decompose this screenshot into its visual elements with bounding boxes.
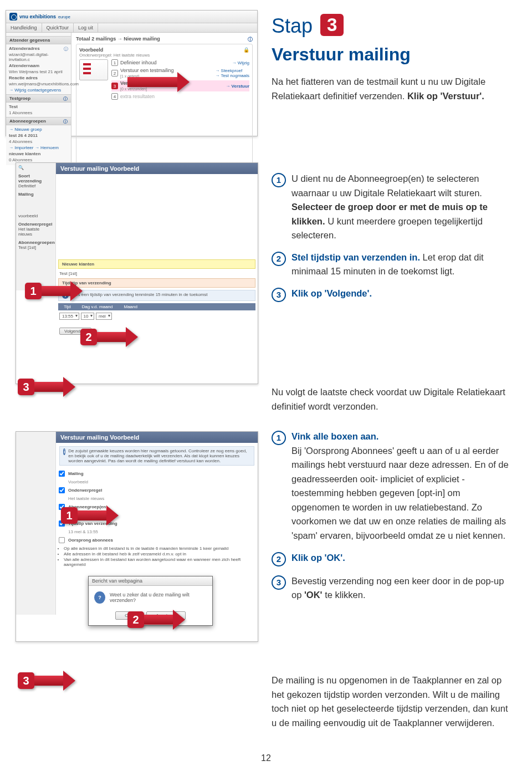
mail-thumbnail (79, 59, 108, 80)
col-dag: Dag v.d. maand (76, 303, 119, 310)
g3c: nieuwe klanten (9, 151, 40, 156)
info-icon[interactable]: ⓘ (64, 46, 68, 52)
s2-text-b: Stel tijdstip van verzenden in. (291, 252, 420, 262)
intro-bold: Klik op 'Verstuur'. (407, 91, 484, 101)
lock-icon: 🔒 (243, 47, 249, 53)
c1: Mailing (68, 471, 84, 476)
sel-g: Nieuwe klanten (62, 262, 94, 267)
step-header: Stap 3 (272, 14, 344, 38)
intro-paragraph: Na het fiatteren van de testmail kunt u … (272, 75, 510, 103)
c5v: 13 mei & 13:55 (56, 528, 258, 535)
s-react: Reactie adres (9, 75, 38, 80)
b2-1-b: Vink alle boxen aan. (291, 431, 378, 441)
arrow-s2-2: 2 (80, 327, 138, 347)
b2-3-b: 'OK' (304, 590, 323, 600)
s2s3: voorbeeld (18, 213, 53, 218)
g2a-v: 1 Abonnees (9, 110, 68, 116)
chk-ow[interactable] (59, 487, 65, 493)
s2-0: 🔍 (18, 165, 53, 170)
g3a-v: 4 Abonnees (9, 139, 68, 145)
num-circle-2: 2 (272, 252, 286, 266)
st3l[interactable]: → Verstuur (226, 84, 249, 89)
s1-text-a: U dient nu de Abonneegroep(en) te select… (291, 173, 482, 198)
side-g2: Testgroep ⓘ (6, 94, 71, 103)
info-icon-2[interactable]: ⓘ (63, 96, 68, 102)
st1: Definieer inhoud (120, 60, 157, 65)
dd-tijd[interactable]: 13:55 (59, 313, 79, 320)
shot2-side: 🔍 Soort verzending Definitief Mailing vo… (16, 163, 56, 290)
g2-l: Testgroep (9, 96, 30, 101)
num-circle-1b: 1 (272, 431, 286, 445)
info-icon-3[interactable]: ⓘ (63, 119, 68, 125)
s-react-v: wim.weijmans@vnuexhibitions.com (9, 81, 68, 87)
group-row-selected[interactable]: Nieuwe klanten (58, 259, 255, 269)
brand-sub: europe (58, 15, 70, 19)
bl1: Op alle adressen in dit bestand is in de… (64, 546, 250, 551)
side-g1: Afzender gegevens (6, 36, 71, 44)
shot1-tabs: Handleiding QuickTour Log uit (6, 23, 257, 33)
link-wijzig[interactable]: → Wijzig contactgegevens (9, 87, 68, 93)
instruction-list-2: 1 Vink alle boxen aan. Bij 'Oorsprong Ab… (272, 430, 510, 610)
g3b[interactable]: → Importeer → Hernoem (9, 145, 68, 151)
popup-msg: Weet u zeker dat u deze mailing wilt ver… (110, 592, 207, 603)
num-circle-3: 3 (272, 288, 286, 302)
col-tijd: Tijd (58, 303, 76, 310)
st2l2[interactable]: → Test nogmaals (215, 73, 249, 78)
s2s7: Test [1st] (18, 245, 53, 250)
s3-text-b: Klik op 'Volgende'. (291, 288, 372, 298)
sel-g2[interactable]: Test [1st] (59, 271, 254, 276)
shot3-info: i De zojuist gemaakte keuzes worden hier… (59, 446, 254, 466)
main-total: Totaal 2 mailings → Nieuwe mailing (76, 36, 160, 42)
step1-1: 1 U dient nu de Abonneegroep(en) te sele… (272, 172, 510, 243)
c3: Het laatste nieuws (56, 495, 258, 502)
step2-2: 2 Klik op 'OK'. (272, 551, 510, 566)
step2-3: 3 Bevestig verzending nog een keer door … (272, 574, 510, 602)
brand: vnu exhibitions (19, 14, 56, 19)
s-afzadr-v: wizard@mail.digital-invitation.c (9, 52, 68, 63)
g3a: test 26 4 2011 (9, 133, 38, 138)
shot2-main: Verstuur mailing Voorbeeld Nieuwe klante… (56, 163, 258, 335)
tab-loguit[interactable]: Log uit (74, 23, 98, 32)
st2l1[interactable]: → Steekproef (215, 68, 242, 73)
info-row: i Kies een tijdstip van verzending tenmi… (58, 290, 255, 301)
c2: Onderwerpregel (68, 488, 102, 493)
arrow-s3-3: 3 (18, 671, 75, 691)
tab-handleiding[interactable]: Handleiding (6, 23, 42, 32)
step2-1: 1 Vink alle boxen aan. Bij 'Oorsprong Ab… (272, 430, 510, 543)
instruction-list-1: 1 U dient nu de Abonneegroep(en) te sele… (272, 172, 510, 310)
side-g3: Abonneegroepen ⓘ (6, 117, 71, 125)
num-circle-2b: 2 (272, 552, 286, 566)
step1-2: 2 Stel tijdstip van verzenden in. Let er… (272, 251, 510, 279)
arrow-s3-2: 2 (127, 610, 185, 630)
g3-link[interactable]: → Nieuwe groep (9, 126, 68, 132)
st4: extra resultaten (120, 94, 155, 99)
c1v: Voorbeeld (56, 478, 258, 486)
s2s5: Het laatste nieuws (18, 227, 53, 237)
s2s2: Mailing (18, 192, 53, 197)
chk-mailing[interactable] (59, 471, 65, 477)
col-maand: Maand (118, 303, 142, 310)
s2s0: Soort verzending (18, 173, 53, 183)
b2-1-c: Bij 'Oorsprong Abonnees' geeft u aan of … (291, 446, 509, 540)
chk-oor[interactable] (59, 537, 65, 543)
step-number-badge: 3 (320, 14, 344, 36)
page-title: Verstuur mailing (272, 44, 411, 65)
dd-dag[interactable]: 10 (81, 313, 95, 320)
lead-paragraph-2: Nu volgt de laatste check voordat uw Dig… (272, 385, 510, 413)
c6: Oorsprong abonnees (68, 538, 113, 543)
dd-maand[interactable]: mei (96, 313, 112, 320)
s-afznm: Afzendernaam (9, 63, 39, 68)
info-icon-4[interactable]: ⓘ (248, 36, 253, 43)
tab-quicktour[interactable]: QuickTour (42, 23, 74, 32)
bl3: Van alle adressen in dit bestand kan wor… (64, 557, 250, 567)
s-afznm-v: Wim Weijmans test 21 april (9, 69, 68, 75)
step1-3: 3 Klik op 'Volgende'. (272, 287, 510, 302)
g2a: Test (9, 104, 18, 109)
st1l[interactable]: → Wijzig (232, 60, 249, 65)
vb: Voorbeeld (79, 47, 103, 53)
page-number: 12 (0, 753, 532, 763)
tijdstip-header: Tijdstip van verzending (58, 278, 255, 288)
s2s4: Onderwerpregel (18, 222, 53, 227)
b2-3-c: te klikken. (325, 590, 365, 600)
arrow-s2-3: 3 (18, 377, 75, 397)
